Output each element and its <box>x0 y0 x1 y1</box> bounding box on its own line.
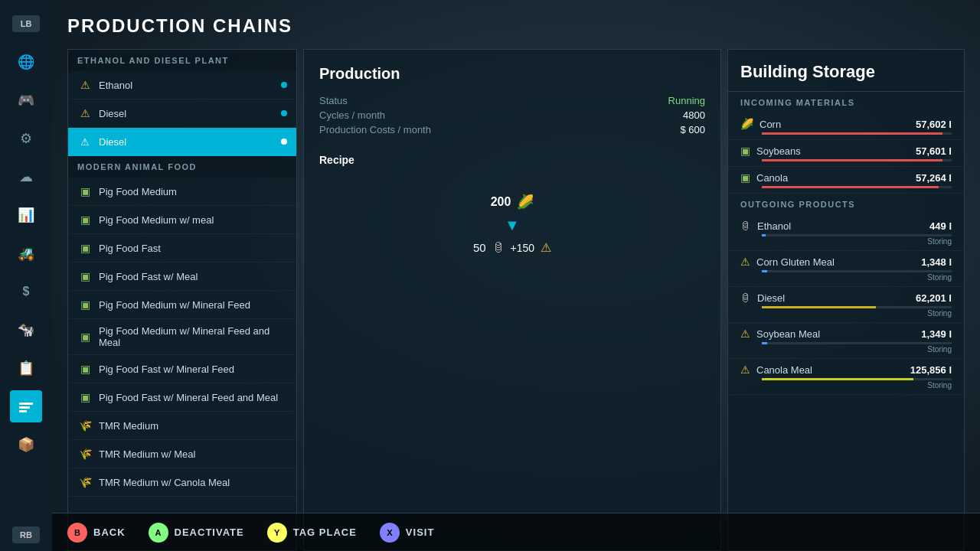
box-icon-pig-medium-meal: ▣ <box>77 212 93 227</box>
recipe-title: Recipe <box>319 154 705 166</box>
ethanol-storing-label: Storing <box>740 237 952 246</box>
chain-label-diesel1: Diesel <box>99 108 126 119</box>
lb-button[interactable]: LB <box>12 15 40 32</box>
corn-storage-amount: 57,602 l <box>916 119 952 130</box>
sidebar-icon-animal[interactable]: 🐄 <box>10 314 42 346</box>
sidebar-icon-money[interactable]: $ <box>10 276 42 308</box>
chains-panel: Ethanol and Diesel Plant ⚠ Ethanol ⚠ Die… <box>67 49 297 551</box>
storage-item-soybean-meal: ⚠ Soybean Meal 1,349 l Storing <box>728 323 964 359</box>
sidebar-icon-steering[interactable]: 🎮 <box>10 84 42 116</box>
production-title: Production <box>319 65 705 83</box>
chains-scroll[interactable]: Ethanol and Diesel Plant ⚠ Ethanol ⚠ Die… <box>68 50 296 550</box>
chain-item-pig-medium-mineral[interactable]: ▣ Pig Food Medium w/ Mineral Feed <box>68 291 296 319</box>
box-icon-pig-fast-mineral: ▣ <box>77 361 93 377</box>
soybean-meal-storage-bar <box>762 342 767 344</box>
canola-meal-storage-icon: ⚠ <box>740 364 750 376</box>
diesel-storage-amount: 62,201 l <box>916 292 952 304</box>
box-icon-pig-medium-mineral: ▣ <box>77 297 93 312</box>
chain-item-pig-fast-mineral-meal[interactable]: ▣ Pig Food Fast w/ Mineral Feed and Meal <box>68 383 296 412</box>
soybeans-storage-amount: 57,601 l <box>916 145 952 157</box>
chain-item-pig-fast-mineral[interactable]: ▣ Pig Food Fast w/ Mineral Feed <box>68 355 296 383</box>
canola-meal-storing-label: Storing <box>740 381 952 390</box>
section-header-animal: Modern Animal Food <box>68 156 296 178</box>
chain-item-tmr-medium-canola[interactable]: 🌾 TMR Medium w/ Canola Meal <box>68 468 296 497</box>
chain-item-diesel2[interactable]: ⚠ Diesel <box>68 128 296 156</box>
rb-button[interactable]: RB <box>12 527 40 543</box>
canola-storage-icon: ▣ <box>740 171 750 184</box>
stat-label-costs: Production Costs / month <box>319 124 505 135</box>
chain-item-tmr-medium[interactable]: 🌾 TMR Medium <box>68 412 296 440</box>
chain-item-pig-medium-meal[interactable]: ▣ Pig Food Medium w/ meal <box>68 206 296 234</box>
box-icon-pig-medium-mineral-meal: ▣ <box>77 329 93 344</box>
tag-place-button[interactable]: Y TAG PLACE <box>267 523 357 543</box>
recipe-input-amount: 200 <box>491 195 511 209</box>
diesel-storage-name: Diesel <box>757 292 910 304</box>
soybean-meal-storage-icon: ⚠ <box>740 328 750 340</box>
recipe-plus-sign: +150 <box>511 242 535 254</box>
ethanol-storage-amount: 449 l <box>929 220 952 232</box>
barrel-icon: 🛢 <box>492 241 505 255</box>
canola-meal-storage-amount: 125,856 l <box>910 364 952 376</box>
chain-label-pig-fast-mineral: Pig Food Fast w/ Mineral Feed <box>99 364 234 375</box>
storage-item-diesel: 🛢 Diesel 62,201 l Storing <box>728 287 964 323</box>
soybeans-storage-bar <box>762 159 942 161</box>
stat-value-cycles: 4800 <box>520 109 705 121</box>
box-icon-pig-fast-mineral-meal: ▣ <box>77 390 93 405</box>
sidebar-icon-globe[interactable]: 🌐 <box>10 46 42 78</box>
chain-item-diesel1[interactable]: ⚠ Diesel <box>68 99 296 128</box>
chain-item-pig-medium-mineral-meal[interactable]: ▣ Pig Food Medium w/ Mineral Feed and Me… <box>68 319 296 355</box>
soybeans-storage-name: Soybeans <box>756 145 910 157</box>
ethanol-storage-icon: 🛢 <box>740 220 751 232</box>
back-button[interactable]: B BACK <box>67 523 126 543</box>
sidebar-icon-tractor[interactable]: 🚜 <box>10 237 42 269</box>
stat-label-cycles: Cycles / month <box>319 109 505 121</box>
sidebar: LB 🌐 🎮 ⚙ ☁ 📊 🚜 $ 🐄 📋 📦 RB <box>0 0 52 551</box>
soybean-meal-storing-label: Storing <box>740 345 952 354</box>
corn-storage-icon: 🌽 <box>740 118 753 130</box>
y-circle-icon: Y <box>267 523 287 543</box>
storage-title: Building Storage <box>728 50 964 92</box>
sidebar-icon-notepad[interactable]: 📋 <box>10 352 42 384</box>
box-icon-pig-fast: ▣ <box>77 240 93 256</box>
corn-icon: 🌽 <box>517 194 534 210</box>
corn-storage-bar <box>762 132 942 135</box>
sidebar-icon-weather[interactable]: ☁ <box>10 161 42 193</box>
chain-label-pig-fast-meal: Pig Food Fast w/ Meal <box>99 271 198 282</box>
diesel-storage-icon: 🛢 <box>740 292 751 304</box>
chain-label-ethanol: Ethanol <box>99 80 132 91</box>
chain-item-pig-medium[interactable]: ▣ Pig Food Medium <box>68 178 296 206</box>
deactivate-label: DEACTIVATE <box>175 527 244 538</box>
back-label: BACK <box>93 527 126 538</box>
a-circle-icon: A <box>149 523 168 543</box>
sidebar-icon-chart[interactable]: 📊 <box>10 199 42 231</box>
sidebar-icon-production[interactable] <box>10 390 42 422</box>
corn-storage-name: Corn <box>760 119 910 130</box>
warning-recipe-icon: ⚠ <box>541 240 551 255</box>
storage-item-soybeans: ▣ Soybeans 57,601 l <box>728 140 964 167</box>
section-header-ethanol: Ethanol and Diesel Plant <box>68 50 296 71</box>
svg-rect-0 <box>19 403 33 405</box>
soybean-meal-storage-name: Soybean Meal <box>756 328 915 340</box>
dot-diesel1 <box>281 110 287 116</box>
sidebar-icon-settings[interactable]: ⚙ <box>10 122 42 155</box>
chain-item-ethanol[interactable]: ⚠ Ethanol <box>68 71 296 99</box>
chain-item-pig-fast[interactable]: ▣ Pig Food Fast <box>68 234 296 262</box>
recipe-area: 200 🌽 ▼ 50 🛢 +150 ⚠ <box>319 194 705 255</box>
tmr-icon-medium-canola: 🌾 <box>77 474 93 490</box>
outgoing-header: Outgoing Products <box>728 194 964 215</box>
main-content: Production Chains Ethanol and Diesel Pla… <box>52 0 980 551</box>
canola-storage-name: Canola <box>756 172 910 184</box>
visit-label: VISIT <box>406 527 435 538</box>
tmr-icon-medium: 🌾 <box>77 418 93 433</box>
stat-value-status: Running <box>520 95 705 106</box>
chain-item-tmr-medium-meal[interactable]: 🌾 TMR Medium w/ Meal <box>68 440 296 468</box>
deactivate-button[interactable]: A DEACTIVATE <box>149 523 244 543</box>
box-icon-pig-medium: ▣ <box>77 184 93 199</box>
chain-item-pig-fast-meal[interactable]: ▣ Pig Food Fast w/ Meal <box>68 262 296 291</box>
sidebar-icon-delivery[interactable]: 📦 <box>10 429 42 461</box>
columns-layout: Ethanol and Diesel Plant ⚠ Ethanol ⚠ Die… <box>67 49 965 551</box>
visit-button[interactable]: X VISIT <box>380 523 435 543</box>
chain-label-tmr-medium: TMR Medium <box>99 420 158 432</box>
svg-rect-1 <box>19 406 30 409</box>
diesel-storing-label: Storing <box>740 309 952 318</box>
